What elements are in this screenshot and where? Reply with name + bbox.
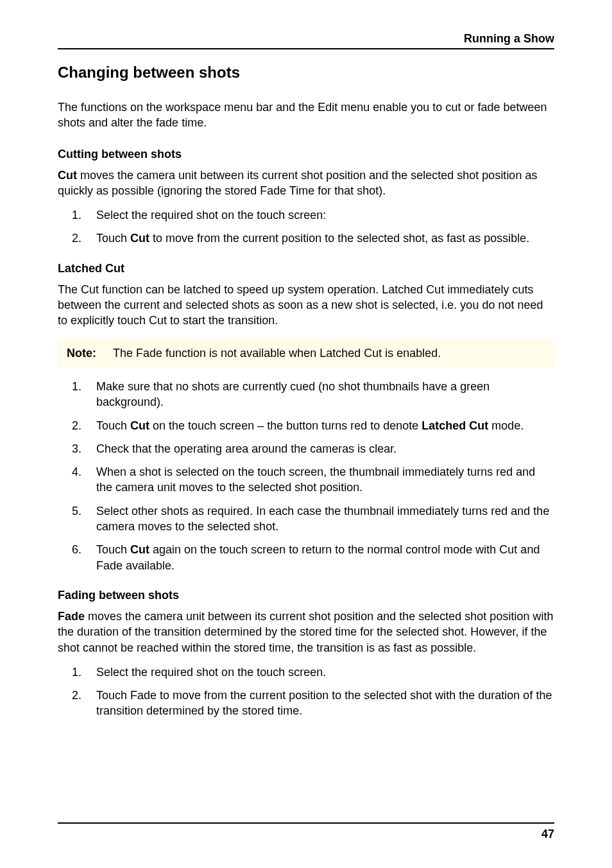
fading-lead-rest: moves the camera unit between its curren… — [58, 610, 553, 654]
latched-paragraph: The Cut function can be latched to speed… — [58, 282, 554, 329]
list-item: 1. Select the required shot on the touch… — [58, 664, 554, 680]
list-item: 4. When a shot is selected on the touch … — [58, 464, 554, 496]
step-bold: Cut — [130, 543, 149, 556]
step-pre: Touch — [96, 543, 130, 556]
page-title: Changing between shots — [58, 64, 554, 82]
list-item: 3. Check that the operating area around … — [58, 441, 554, 456]
step-text: When a shot is selected on the touch scr… — [96, 464, 554, 496]
step-number: 5. — [58, 503, 96, 535]
step-number: 1. — [58, 207, 96, 223]
list-item: 2. Touch Cut to move from the current po… — [58, 230, 554, 246]
step-text: Touch Cut again on the touch screen to r… — [96, 542, 554, 573]
list-item: 1. Make sure that no shots are currently… — [58, 379, 554, 410]
step-text: Select the required shot on the touch sc… — [96, 207, 554, 223]
page-footer: 47 — [58, 822, 554, 841]
step-text: Select other shots as required. In each … — [96, 503, 554, 535]
note-text: The Fade function is not available when … — [113, 345, 441, 361]
step-number: 4. — [58, 464, 96, 496]
step-mid: on the touch screen – the button turns r… — [149, 419, 421, 432]
fading-steps: 1. Select the required shot on the touch… — [58, 664, 554, 719]
step-bold: Cut — [130, 419, 149, 432]
list-item: 6. Touch Cut again on the touch screen t… — [58, 542, 554, 573]
page-number: 47 — [541, 828, 554, 841]
step-number: 3. — [58, 441, 96, 456]
step-text: Touch Cut on the touch screen – the butt… — [96, 418, 554, 433]
step-number: 1. — [58, 379, 96, 410]
step-number: 1. — [58, 664, 96, 680]
list-item: 2. Touch Cut on the touch screen – the b… — [58, 418, 554, 433]
fading-lead-bold: Fade — [58, 610, 85, 623]
fading-lead: Fade moves the camera unit between its c… — [58, 609, 554, 655]
step-post: mode. — [488, 419, 523, 432]
step-pre: Touch — [96, 232, 130, 245]
cutting-lead-rest: moves the camera unit between its curren… — [58, 169, 537, 197]
list-item: 2. Touch Fade to move from the current p… — [58, 688, 554, 719]
cutting-heading: Cutting between shots — [58, 148, 554, 161]
cutting-lead: Cut moves the camera unit between its cu… — [58, 168, 554, 199]
note-label: Note: — [67, 345, 113, 361]
step-bold: Cut — [130, 232, 149, 245]
step-post: to move from the current position to the… — [149, 232, 529, 245]
fading-heading: Fading between shots — [58, 589, 554, 602]
step-post: again on the touch screen to return to t… — [96, 543, 540, 571]
latched-heading: Latched Cut — [58, 262, 554, 275]
step-text: Touch Fade to move from the current posi… — [96, 688, 554, 719]
step-number: 2. — [58, 418, 96, 433]
page-header: Running a Show — [58, 32, 554, 49]
step-text: Touch Cut to move from the current posit… — [96, 230, 554, 246]
cutting-lead-bold: Cut — [58, 169, 77, 182]
step-pre: Touch — [96, 419, 130, 432]
list-item: 5. Select other shots as required. In ea… — [58, 503, 554, 535]
step-number: 2. — [58, 230, 96, 246]
step-text: Select the required shot on the touch sc… — [96, 664, 554, 680]
latched-steps: 1. Make sure that no shots are currently… — [58, 379, 554, 573]
note-box: Note: The Fade function is not available… — [58, 339, 554, 367]
step-number: 2. — [58, 688, 96, 719]
step-bold2: Latched Cut — [421, 419, 488, 432]
section-title: Running a Show — [464, 32, 554, 46]
step-text: Check that the operating area around the… — [96, 441, 554, 456]
cutting-steps: 1. Select the required shot on the touch… — [58, 207, 554, 247]
intro-paragraph: The functions on the workspace menu bar … — [58, 100, 554, 131]
step-text: Make sure that no shots are currently cu… — [96, 379, 554, 410]
list-item: 1. Select the required shot on the touch… — [58, 207, 554, 223]
step-number: 6. — [58, 542, 96, 573]
